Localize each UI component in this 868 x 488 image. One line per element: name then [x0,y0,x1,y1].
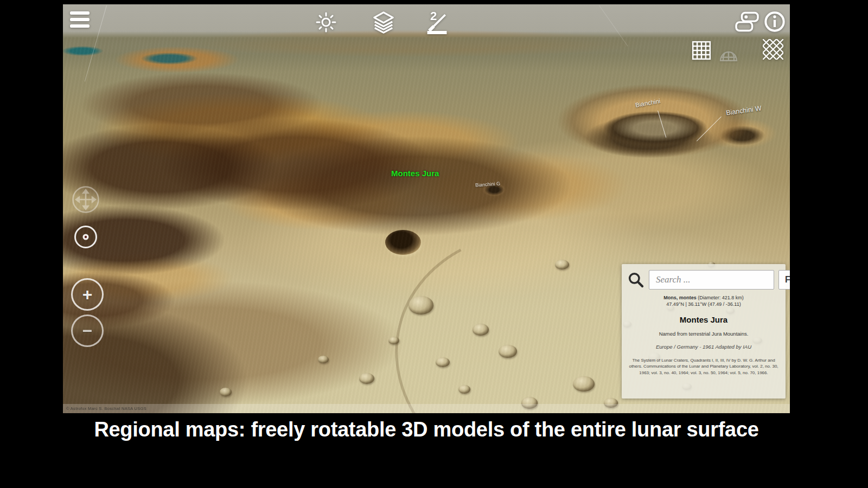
lunar-3d-map-view[interactable]: Montes Jura Bianchini G Bianchini Bianch… [63,4,790,413]
promo-frame: Montes Jura Bianchini G Bianchini Bianch… [0,0,868,488]
grid-overlay-icon[interactable] [691,40,712,61]
feature-approval: Europe / Germany - 1961 Adapted by IAU [627,344,780,350]
crater-decoration [436,357,450,368]
attribution-text: © Astrofox Marc S. Boschat NASA USGS [63,406,146,411]
caption-area: Regional maps: freely rotatable 3D model… [63,418,790,442]
recenter-button[interactable] [73,224,98,249]
search-icon [627,271,644,288]
info-icon[interactable] [764,11,786,33]
pan-mode-button[interactable] [72,185,100,214]
crater-decoration [409,296,433,314]
crater-decoration [220,388,232,396]
compare-views-icon[interactable] [735,11,760,33]
feature-reference: The System of Lunar Craters, Quadrants I… [627,357,780,376]
zoom-in-glyph: + [82,286,93,303]
crater-decoration [359,373,374,384]
feature-origin: Named from terrestrial Jura Mountains. [627,331,780,337]
crater-decoration [555,260,569,270]
feature-type-line: Mons, montes (Diameter: 421.8 km) [627,294,780,301]
crater-decoration [318,356,329,363]
map-label-montes-jura: Montes Jura [391,169,439,178]
crater-decoration [499,345,517,358]
feature-coordinates: 47.49°N | 36.11°W (47.49 / -36.11) [627,301,780,307]
attribution-strip: © Astrofox Marc S. Boschat NASA USGS [63,404,790,413]
sun-illumination-icon[interactable] [315,11,337,34]
zoom-out-button[interactable]: − [71,314,104,347]
menu-icon[interactable] [69,10,90,29]
crater-decoration [385,230,421,255]
menu-bar [70,11,90,15]
crater-decoration [388,337,399,344]
menu-bar [70,24,90,28]
search-info-panel: Find Mons, montes (Diameter: 421.8 km) 4… [622,264,786,399]
zoom-out-glyph: − [82,322,93,339]
exaggeration-value: 2 [430,10,437,23]
feature-title: Montes Jura [627,315,780,324]
zoom-in-button[interactable]: + [71,278,104,311]
caption-text: Regional maps: freely rotatable 3D model… [94,418,758,442]
crater-decoration [458,385,470,394]
texture-pattern-icon[interactable] [763,39,783,60]
layers-icon[interactable] [371,11,396,34]
menu-bar [70,18,90,21]
feature-diameter: (Diameter: 421.8 km) [698,295,744,300]
crater-decoration [473,324,489,336]
find-button[interactable]: Find [778,270,790,290]
vertical-exaggeration-icon[interactable]: 2 [424,10,450,35]
crater-decoration [573,376,595,392]
search-input[interactable] [649,270,774,290]
feature-type: Mons, montes [663,295,697,300]
globe-graticule-icon[interactable] [717,41,740,63]
